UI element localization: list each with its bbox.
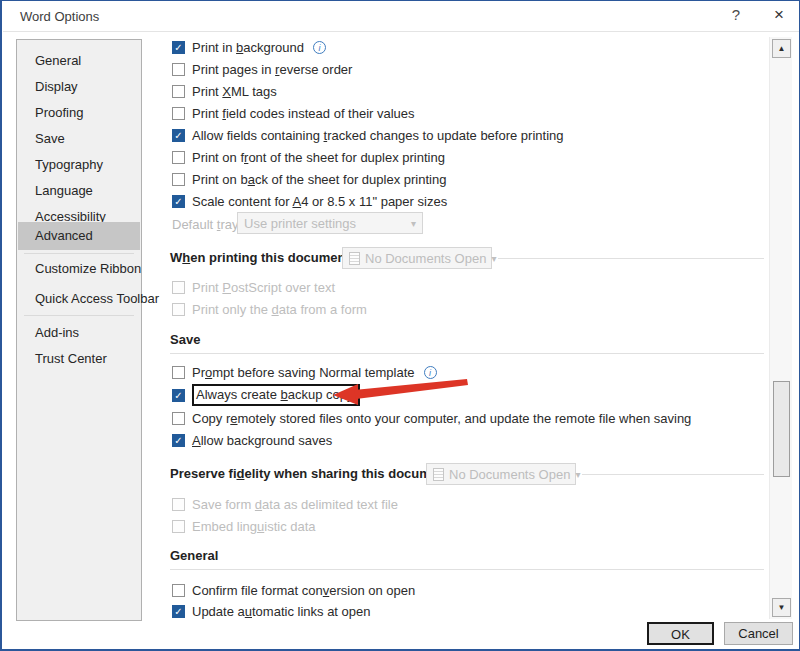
checkbox[interactable] bbox=[172, 173, 185, 186]
checkbox-label: Print only the data from a form bbox=[192, 302, 367, 317]
checkbox bbox=[172, 498, 185, 511]
checkbox-row-confirm-file-format[interactable]: Confirm file format conversion on open bbox=[172, 580, 415, 600]
section-header-save: Save bbox=[170, 332, 200, 347]
section-header-preserve-fidelity: Preserve fidelity when sharing this docu… bbox=[170, 466, 455, 481]
checkbox[interactable]: ✓ bbox=[172, 195, 185, 208]
checkbox-row-print-field-codes[interactable]: Print field codes instead of their value… bbox=[172, 103, 415, 123]
checkbox-label: Always create backup copy bbox=[196, 387, 354, 402]
section-rule bbox=[582, 474, 764, 475]
checkbox-label: Print PostScript over text bbox=[192, 280, 335, 295]
checkbox-row-allow-fields-tracked[interactable]: ✓ Allow fields containing tracked change… bbox=[172, 125, 564, 145]
checkbox-row-always-create-backup[interactable]: ✓ Always create backup copy bbox=[172, 385, 360, 405]
sidebar-item-typography[interactable]: Typography bbox=[18, 152, 140, 178]
sidebar-item-display[interactable]: Display bbox=[18, 74, 140, 100]
checkbox-row-print-back-duplex[interactable]: Print on back of the sheet for duplex pr… bbox=[172, 169, 446, 189]
section-header-when-printing: When printing this document: bbox=[170, 250, 354, 265]
checkbox[interactable]: ✓ bbox=[172, 434, 185, 447]
dropdown-caret-icon: ▾ bbox=[575, 469, 580, 480]
document-icon bbox=[349, 252, 360, 265]
checkbox[interactable]: ✓ bbox=[172, 129, 185, 142]
checkbox[interactable] bbox=[172, 584, 185, 597]
checkbox[interactable]: ✓ bbox=[172, 41, 185, 54]
checkbox-label: Print XML tags bbox=[192, 84, 277, 99]
checkbox-label: Print in background bbox=[192, 40, 304, 55]
checkbox-row-allow-background-saves[interactable]: ✓ Allow background saves bbox=[172, 430, 332, 450]
info-icon: i bbox=[313, 41, 326, 54]
scroll-up-icon[interactable]: ▲ bbox=[772, 39, 791, 58]
dropdown-caret-icon: ▾ bbox=[491, 253, 496, 264]
checkbox-label: Print on front of the sheet for duplex p… bbox=[192, 150, 445, 165]
checkbox[interactable] bbox=[172, 63, 185, 76]
dropdown-value: Use printer settings bbox=[244, 216, 356, 231]
preserve-fidelity-document-dropdown: No Documents Open ▾ bbox=[426, 463, 576, 485]
sidebar-item-customize-ribbon[interactable]: Customize Ribbon bbox=[18, 256, 140, 282]
scroll-down-icon[interactable]: ▼ bbox=[772, 598, 791, 617]
checkbox-row-embed-linguistic-data: Embed linguistic data bbox=[172, 516, 316, 536]
checkbox-label: Embed linguistic data bbox=[192, 519, 316, 534]
checkbox-row-print-only-form-data: Print only the data from a form bbox=[172, 299, 367, 319]
checkbox-label: Print field codes instead of their value… bbox=[192, 106, 415, 121]
scrollbar-thumb[interactable] bbox=[773, 381, 790, 477]
checkbox-label: Print on back of the sheet for duplex pr… bbox=[192, 172, 446, 187]
sidebar-item-add-ins[interactable]: Add-ins bbox=[18, 320, 140, 346]
dialog-title: Word Options bbox=[20, 9, 99, 24]
checkbox[interactable] bbox=[172, 412, 185, 425]
cancel-button[interactable]: Cancel bbox=[724, 622, 793, 645]
sidebar-separator bbox=[24, 253, 134, 254]
checkbox-label: Save form data as delimited text file bbox=[192, 497, 398, 512]
sidebar-item-general[interactable]: General bbox=[18, 48, 140, 74]
ok-button[interactable]: OK bbox=[647, 622, 714, 645]
help-icon[interactable]: ? bbox=[724, 6, 748, 28]
checkbox[interactable] bbox=[172, 151, 185, 164]
red-arrow-annotation bbox=[333, 378, 469, 408]
sidebar-item-save[interactable]: Save bbox=[18, 126, 140, 152]
checkbox-row-scale-content-a4[interactable]: ✓ Scale content for A4 or 8.5 x 11" pape… bbox=[172, 191, 447, 211]
checkbox[interactable] bbox=[172, 366, 185, 379]
vertical-scrollbar[interactable]: ▲ ▼ bbox=[769, 37, 792, 619]
checkbox-row-print-postscript: Print PostScript over text bbox=[172, 277, 335, 297]
section-header-general: General bbox=[170, 548, 218, 563]
checkbox-label: Confirm file format conversion on open bbox=[192, 583, 415, 598]
checkbox-label: Print pages in reverse order bbox=[192, 62, 352, 77]
section-rule bbox=[498, 258, 764, 259]
checkbox-row-save-form-data: Save form data as delimited text file bbox=[172, 494, 398, 514]
checkbox bbox=[172, 520, 185, 533]
checkbox[interactable] bbox=[172, 85, 185, 98]
default-tray-dropdown: Use printer settings ▾ bbox=[237, 212, 423, 234]
checkbox-row-print-reverse-order[interactable]: Print pages in reverse order bbox=[172, 59, 352, 79]
close-icon[interactable]: × bbox=[766, 5, 792, 27]
document-icon bbox=[433, 468, 444, 481]
checkbox-label: Allow background saves bbox=[192, 433, 332, 448]
checkbox-label: Copy remotely stored files onto your com… bbox=[192, 411, 691, 426]
checkbox[interactable]: ✓ bbox=[172, 605, 185, 618]
section-rule bbox=[170, 353, 764, 354]
sidebar-separator bbox=[24, 315, 134, 316]
checkbox[interactable] bbox=[172, 107, 185, 120]
sidebar-item-language[interactable]: Language bbox=[18, 178, 140, 204]
sidebar-item-proofing[interactable]: Proofing bbox=[18, 100, 140, 126]
sidebar-item-trust-center[interactable]: Trust Center bbox=[18, 346, 140, 372]
word-options-dialog: Word Options ? × General Display Proofin… bbox=[0, 0, 800, 651]
default-tray-label: Default tray: bbox=[172, 217, 242, 232]
checkbox[interactable]: ✓ bbox=[172, 389, 185, 402]
section-rule bbox=[170, 569, 764, 570]
checkbox-label: Scale content for A4 or 8.5 x 11" paper … bbox=[192, 194, 447, 209]
info-icon: i bbox=[424, 366, 437, 379]
when-printing-document-dropdown: No Documents Open ▾ bbox=[342, 247, 492, 269]
checkbox-row-print-xml-tags[interactable]: Print XML tags bbox=[172, 81, 277, 101]
checkbox bbox=[172, 281, 185, 294]
dropdown-value: No Documents Open bbox=[365, 251, 486, 266]
checkbox-label: Allow fields containing tracked changes … bbox=[192, 128, 564, 143]
sidebar-item-quick-access-toolbar[interactable]: Quick Access Toolbar bbox=[18, 286, 140, 312]
checkbox-row-print-in-background[interactable]: ✓ Print in background i bbox=[172, 37, 326, 57]
dropdown-value: No Documents Open bbox=[449, 467, 570, 482]
sidebar: General Display Proofing Save Typography… bbox=[16, 39, 142, 621]
checkbox-label: Update automatic links at open bbox=[192, 604, 371, 619]
dropdown-caret-icon: ▾ bbox=[411, 218, 416, 229]
checkbox bbox=[172, 303, 185, 316]
checkbox-row-print-front-duplex[interactable]: Print on front of the sheet for duplex p… bbox=[172, 147, 445, 167]
checkbox-row-copy-remote-files[interactable]: Copy remotely stored files onto your com… bbox=[172, 408, 691, 428]
sidebar-item-advanced[interactable]: Advanced bbox=[18, 222, 140, 250]
title-separator bbox=[3, 31, 800, 32]
checkbox-row-update-automatic-links[interactable]: ✓ Update automatic links at open bbox=[172, 601, 371, 621]
